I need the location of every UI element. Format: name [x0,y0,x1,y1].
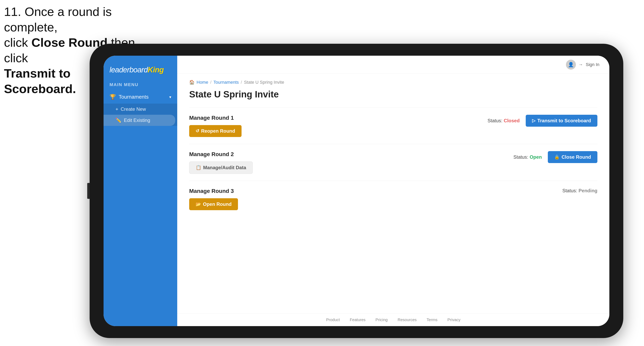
round-2-status: Status: Open [513,154,542,160]
sidebar-item-tournaments[interactable]: 🏆 Tournaments ▾ [104,90,177,104]
sidebar-item-tournaments-left: 🏆 Tournaments [110,94,148,100]
open-round-label: Open Round [203,201,232,207]
round-1-status-value: Closed [504,118,520,123]
top-nav: 👤 → Sign In [177,56,609,74]
logo-king: King [148,66,164,74]
footer-privacy[interactable]: Privacy [448,318,460,322]
round-3-left: Manage Round 3 📂 Open Round [189,188,238,210]
logo: leaderboardKing [110,66,171,74]
transmit-label: Transmit to Scoreboard [538,118,591,124]
sidebar-subitem-edit-existing[interactable]: ✏️ Edit Existing [104,115,175,126]
home-icon: 🏠 [189,80,194,85]
round-3-right: Status: Pending [562,188,598,193]
app-layout: leaderboardKing MAIN MENU 🏆 Tournaments … [104,56,609,326]
round-2-section: Manage Round 2 📋 Manage/Audit Data Statu… [189,144,598,181]
footer-features[interactable]: Features [350,318,366,322]
instruction-line1: 11. Once a round is complete, [4,5,112,34]
transmit-icon: ▷ [532,118,536,123]
round-1-right: Status: Closed ▷ Transmit to Scoreboard [488,115,598,127]
sign-in-area[interactable]: 👤 → Sign In [566,60,600,70]
edit-existing-label: Edit Existing [124,118,150,123]
round-1-title: Manage Round 1 [189,115,242,121]
round-2-title: Manage Round 2 [189,151,253,158]
breadcrumb-tournaments[interactable]: Tournaments [214,80,239,85]
breadcrumb-sep2: / [241,80,242,85]
open-round-button[interactable]: 📂 Open Round [189,198,238,210]
breadcrumb-home[interactable]: Home [196,80,208,85]
open-icon: 📂 [196,202,201,207]
breadcrumb: 🏠 Home / Tournaments / State U Spring In… [189,80,598,85]
lock-icon: 🔒 [554,155,560,160]
tablet-screen: leaderboardKing MAIN MENU 🏆 Tournaments … [104,56,609,326]
sign-in-label: Sign In [586,62,600,67]
breadcrumb-current: State U Spring Invite [244,80,284,85]
sidebar-subitem-create-new[interactable]: + Create New [104,104,177,115]
plus-icon: + [116,106,118,112]
footer-resources[interactable]: Resources [398,318,417,322]
main-content: 👤 → Sign In 🏠 Home / Tournaments / State [177,56,609,326]
close-round-button[interactable]: 🔒 Close Round [548,151,598,163]
round-3-section: Manage Round 3 📂 Open Round Status: Pend… [189,181,598,217]
round-1-section: Manage Round 1 ↺ Reopen Round Status: Cl… [189,108,598,144]
audit-icon: 📋 [196,165,201,170]
main-menu-label: MAIN MENU [104,80,177,90]
round-2-left: Manage Round 2 📋 Manage/Audit Data [189,151,253,174]
sidebar: leaderboardKing MAIN MENU 🏆 Tournaments … [104,56,177,326]
page-footer: Product Features Pricing Resources Terms… [177,313,609,326]
round-2-right: Status: Open 🔒 Close Round [513,151,598,163]
sign-in-icon: → [579,62,583,67]
breadcrumb-sep1: / [210,80,212,85]
reopen-icon: ↺ [196,129,199,134]
trophy-icon: 🏆 [110,94,116,100]
close-round-label: Close Round [562,154,591,160]
footer-pricing[interactable]: Pricing [376,318,388,322]
round-3-status-value: Pending [578,188,598,193]
round-3-title: Manage Round 3 [189,188,238,194]
sidebar-submenu: + Create New ✏️ Edit Existing [104,104,177,126]
manage-audit-button[interactable]: 📋 Manage/Audit Data [189,162,253,174]
edit-icon: ✏️ [116,118,122,123]
footer-terms[interactable]: Terms [426,318,437,322]
reopen-round-label: Reopen Round [201,128,235,134]
reopen-round-button[interactable]: ↺ Reopen Round [189,125,242,137]
page-title: State U Spring Invite [189,89,598,100]
sidebar-tournaments-label: Tournaments [119,94,148,100]
round-2-status-value: Open [530,154,542,160]
round-1-left: Manage Round 1 ↺ Reopen Round [189,115,242,137]
round-1-status: Status: Closed [488,118,520,124]
page-content: 🏠 Home / Tournaments / State U Spring In… [177,74,609,313]
chevron-down-icon: ▾ [169,95,171,99]
create-new-label: Create New [121,106,146,112]
round-3-status: Status: Pending [562,188,598,193]
logo-leaderboard: leaderboard [110,66,148,74]
tablet-frame: leaderboardKing MAIN MENU 🏆 Tournaments … [90,44,623,338]
instruction-line2: click [4,36,32,49]
manage-audit-label: Manage/Audit Data [203,165,246,171]
transmit-to-scoreboard-button[interactable]: ▷ Transmit to Scoreboard [526,115,598,127]
instruction-bold1: Close Round [32,36,108,49]
logo-area: leaderboardKing [104,62,177,80]
footer-product[interactable]: Product [326,318,340,322]
avatar: 👤 [566,60,576,70]
instruction-bold2: Transmit to Scoreboard. [4,66,76,96]
